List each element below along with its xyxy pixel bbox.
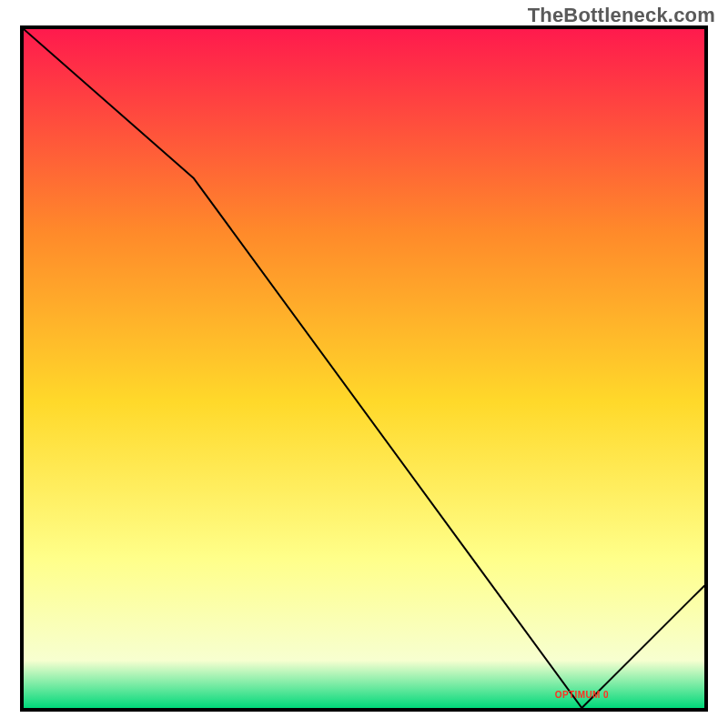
chart-plot-area: OPTIMUM 0 bbox=[24, 29, 704, 708]
chart-frame: OPTIMUM 0 bbox=[20, 25, 708, 712]
optimum-label: OPTIMUM 0 bbox=[555, 690, 609, 700]
chart-curve bbox=[24, 29, 704, 708]
watermark-text: TheBottleneck.com bbox=[528, 4, 715, 27]
